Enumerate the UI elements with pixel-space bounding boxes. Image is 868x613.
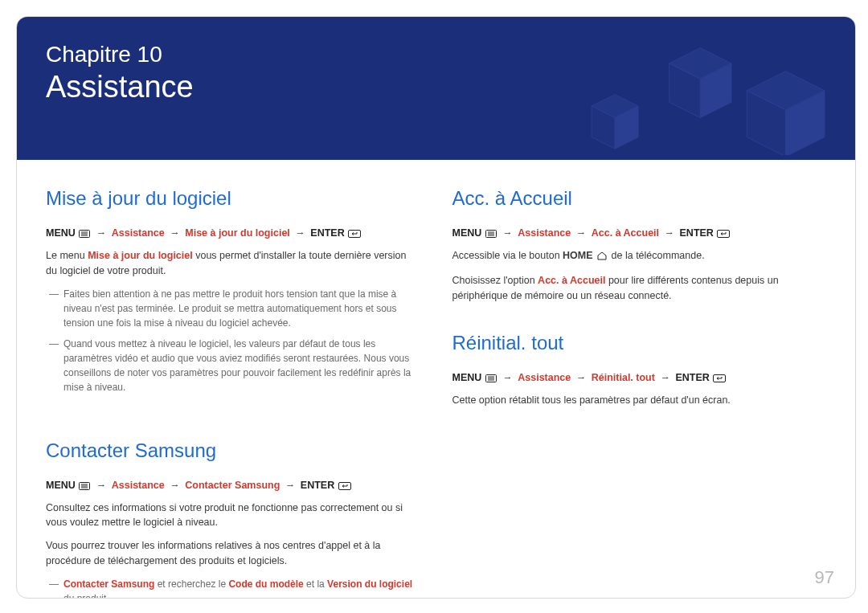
path-key-enter: ENTER <box>301 480 334 491</box>
path-key-menu: MENU <box>46 480 76 491</box>
arrow-icon: → <box>574 227 589 239</box>
enter-icon <box>717 229 730 240</box>
update-body-1: Le menu Mise à jour du logiciel vous per… <box>46 248 420 279</box>
highlight-contacter-samsung: Contacter Samsung <box>63 578 154 590</box>
content-area: Mise à jour du logiciel MENU → Assistanc… <box>17 160 855 599</box>
enter-icon <box>348 229 361 240</box>
contact-note-1: Contacter Samsung et recherchez le Code … <box>55 577 420 599</box>
text: Le menu <box>46 250 88 261</box>
path-assistance: Assistance <box>518 372 571 383</box>
path-key-menu: MENU <box>452 372 482 383</box>
arrow-icon: → <box>500 227 515 239</box>
reset-body-1: Cette option rétablit tous les paramètre… <box>452 393 827 408</box>
text: Accessible via le bouton <box>452 250 563 261</box>
chapter-label: Chapitre 10 <box>46 41 826 68</box>
left-column: Mise à jour du logiciel MENU → Assistanc… <box>46 187 420 599</box>
arrow-icon: → <box>293 227 308 239</box>
path-assistance: Assistance <box>112 227 165 239</box>
home-body-1: Accessible via le bouton HOME de la télé… <box>452 248 827 265</box>
arrow-icon: → <box>167 227 182 239</box>
path-key-enter: ENTER <box>675 372 709 383</box>
heading-software-update: Mise à jour du logiciel <box>46 187 420 210</box>
highlight-acc-accueil: Acc. à Accueil <box>538 275 605 286</box>
right-column: Acc. à Accueil MENU → Assistance → Acc. … <box>452 187 827 599</box>
arrow-icon: → <box>167 480 182 491</box>
arrow-icon: → <box>283 480 298 491</box>
chapter-hero: Chapitre 10 Assistance <box>17 17 855 160</box>
svg-marker-8 <box>615 106 638 149</box>
arrow-icon: → <box>574 372 589 383</box>
menu-path-software-update: MENU → Assistance → Mise à jour du logic… <box>46 227 420 240</box>
page-number: 97 <box>815 567 834 588</box>
arrow-icon: → <box>500 372 515 383</box>
document-page: Chapitre 10 Assistance Mise à jour du lo… <box>16 16 856 599</box>
menu-path-contact-samsung: MENU → Assistance → Contacter Samsung → … <box>46 480 420 492</box>
contact-body-1: Consultez ces informations si votre prod… <box>46 501 420 531</box>
menu-icon <box>485 374 497 385</box>
text: du produit. <box>63 593 109 599</box>
enter-icon <box>338 481 351 492</box>
update-note-2: Quand vous mettez à niveau le logiciel, … <box>55 337 420 394</box>
chapter-title: Assistance <box>46 70 826 105</box>
home-body-2: Choisissez l'option Acc. à Accueil pour … <box>452 273 827 304</box>
heading-acc-accueil: Acc. à Accueil <box>452 187 827 210</box>
enter-icon <box>713 374 726 385</box>
highlight-version-logiciel: Version du logiciel <box>327 578 412 590</box>
highlight-code-modele: Code du modèle <box>228 578 303 590</box>
path-assistance: Assistance <box>112 480 165 491</box>
update-notes: Faites bien attention à ne pas mettre le… <box>46 287 420 394</box>
contact-body-2: Vous pourrez trouver les informations re… <box>46 538 420 569</box>
arrow-icon: → <box>94 227 109 239</box>
text: et recherchez le <box>154 578 228 590</box>
path-key-enter: ENTER <box>310 227 344 239</box>
svg-marker-7 <box>592 106 615 149</box>
path-contact-samsung: Contacter Samsung <box>185 480 280 491</box>
update-note-1: Faites bien attention à ne pas mettre le… <box>55 287 420 330</box>
path-key-menu: MENU <box>452 227 482 239</box>
path-reinitial-tout: Réinitial. tout <box>592 372 655 383</box>
home-icon <box>596 250 608 265</box>
text: Choisissez l'option <box>452 275 538 286</box>
heading-reinitial-tout: Réinitial. tout <box>452 332 827 354</box>
arrow-icon: → <box>662 227 678 239</box>
heading-contact-samsung: Contacter Samsung <box>46 439 420 462</box>
text: de la télécommande. <box>612 250 705 261</box>
arrow-icon: → <box>94 480 109 491</box>
contact-notes: Contacter Samsung et recherchez le Code … <box>46 577 420 599</box>
text: et la <box>304 578 327 590</box>
menu-icon <box>79 229 90 240</box>
menu-icon <box>485 229 497 240</box>
path-assistance: Assistance <box>518 227 571 239</box>
menu-icon <box>79 481 90 492</box>
key-home: HOME <box>563 250 593 261</box>
path-acc-accueil: Acc. à Accueil <box>592 227 659 239</box>
path-key-menu: MENU <box>46 227 76 239</box>
menu-path-acc-accueil: MENU → Assistance → Acc. à Accueil → ENT… <box>452 227 827 240</box>
menu-path-reinitial-tout: MENU → Assistance → Réinitial. tout → EN… <box>452 372 827 385</box>
highlight-mise-a-jour: Mise à jour du logiciel <box>88 250 193 261</box>
arrow-icon: → <box>657 372 673 383</box>
path-key-enter: ENTER <box>680 227 714 239</box>
path-mise-a-jour: Mise à jour du logiciel <box>185 227 290 239</box>
